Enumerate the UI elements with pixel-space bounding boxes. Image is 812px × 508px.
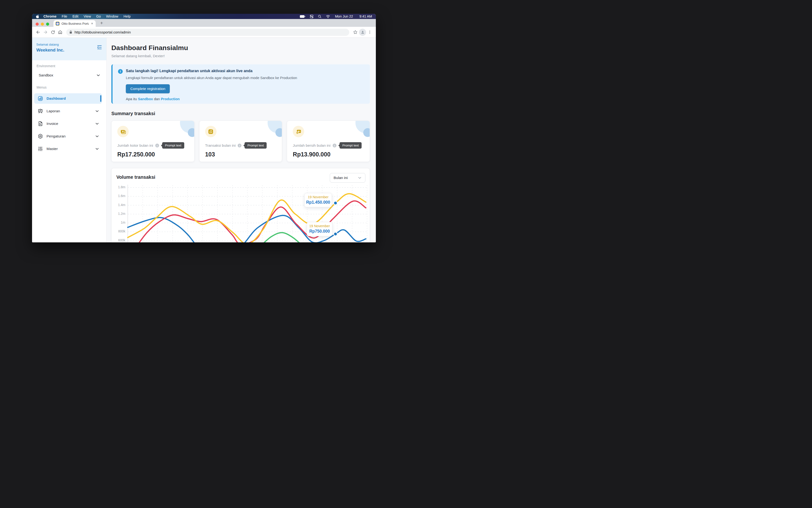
close-window-button[interactable] [36, 23, 39, 26]
y-axis-tick: 1.4m [112, 203, 125, 207]
registration-banner: i Satu langkah lagi! Lengkapi pendaftara… [111, 64, 370, 104]
url-text[interactable]: http://ottobusinessportal.com/admin [75, 30, 131, 34]
minimize-window-button[interactable] [41, 23, 44, 26]
period-filter-dropdown[interactable]: Bulan ini [330, 173, 366, 182]
main-content: Dashboard Finansialmu Selamat datang kem… [106, 38, 376, 242]
wifi-icon[interactable] [326, 15, 330, 18]
sidebar-item-label: Dashboard [47, 96, 66, 101]
chevron-down-icon [95, 121, 99, 126]
invoice-document-icon [38, 121, 43, 127]
tooltip: Prompt text [162, 142, 184, 149]
dashboard-icon [38, 96, 43, 101]
banner-footnote: Apa itu Sandbox dan Production [126, 97, 364, 101]
reload-icon[interactable] [49, 29, 56, 36]
sidebar-item-master[interactable]: Master [34, 143, 102, 154]
tooltip-date: 19 November [308, 224, 331, 228]
info-icon[interactable]: i [238, 143, 242, 147]
footnote-text: Apa itu [126, 97, 138, 101]
sidebar-item-label: Invoice [47, 122, 58, 126]
tooltip: Prompt text [340, 142, 361, 149]
bookmark-star-icon[interactable] [352, 29, 359, 36]
menu-item-view[interactable]: View [81, 14, 93, 18]
decorative-circle [363, 128, 370, 137]
sidebar-item-label: Master [47, 147, 58, 151]
sidebar-item-invoice[interactable]: Invoice [34, 119, 102, 129]
menu-item-file[interactable]: File [59, 14, 70, 18]
tooltip-value: Rp1.450.000 [306, 200, 330, 205]
svg-text:OTTO: OTTO [56, 23, 59, 24]
card-label: Jumlah bersih bulan ini [293, 143, 331, 147]
battery-icon[interactable] [300, 15, 305, 18]
browser-menu-icon[interactable] [366, 29, 374, 36]
summary-card-transactions: Transaksi bulan ini i Prompt text 103 [199, 121, 282, 162]
settings-nut-icon [38, 133, 43, 139]
menu-item-window[interactable]: Window [103, 14, 121, 18]
chevron-down-icon [95, 146, 99, 151]
profile-avatar-icon[interactable] [359, 29, 366, 36]
sidebar-item-laporan[interactable]: Laporan [34, 106, 102, 116]
menus-label: Menus [37, 85, 102, 89]
sidebar: Selamat datang Weekend Inc. Environment … [32, 38, 106, 242]
info-icon[interactable]: i [333, 143, 336, 147]
chevron-down-icon [96, 73, 101, 78]
menu-item-app[interactable]: Chrome [41, 14, 59, 18]
back-icon[interactable] [34, 29, 42, 36]
info-icon[interactable]: i [155, 143, 159, 147]
home-icon[interactable] [56, 29, 64, 36]
y-axis-tick: 800k [112, 229, 125, 233]
search-icon[interactable] [318, 15, 322, 18]
banknotes-icon [117, 126, 129, 137]
production-link[interactable]: Production [161, 97, 180, 101]
summary-card-net: Jumlah bersih bulan ini i Prompt text Rp… [287, 121, 370, 162]
y-axis-tick: 1m [112, 220, 125, 224]
sidebar-item-label: Pengaturan [47, 134, 66, 138]
control-center-icon[interactable] [310, 15, 313, 18]
banner-body: Lengkapi formulir pendaftaran untuk akti… [126, 76, 364, 80]
tooltip: Prompt text [245, 142, 267, 149]
banner-title: Satu langkah lagi! Lengkapi pendaftaran … [126, 69, 364, 73]
menu-item-help[interactable]: Help [121, 14, 133, 18]
environment-label: Environment [37, 64, 102, 68]
summary-card-gross: Jumlah kotor bulan ini i Prompt text Rp1… [111, 121, 195, 162]
sidebar-item-label: Laporan [47, 109, 60, 113]
menu-item-edit[interactable]: Edit [70, 14, 81, 18]
card-value: 103 [205, 151, 276, 158]
tab-close-icon[interactable]: × [91, 22, 93, 26]
wallet-check-icon [293, 126, 304, 137]
decorative-circle [188, 128, 195, 137]
card-value: Rp13.900.000 [293, 151, 364, 158]
chevron-down-icon [95, 134, 99, 139]
card-value: Rp17.250.000 [117, 151, 188, 158]
chevron-down-icon [357, 175, 362, 180]
collapse-sidebar-icon[interactable] [96, 44, 102, 50]
y-axis-tick: 600k [112, 238, 125, 242]
apple-logo-icon[interactable] [36, 14, 39, 18]
lock-icon[interactable] [69, 30, 73, 34]
tooltip-date: 19 November [306, 195, 330, 199]
sidebar-item-pengaturan[interactable]: Pengaturan [34, 131, 102, 141]
tab-title: Otto Business Portal [61, 22, 89, 26]
footnote-text: dan [153, 97, 161, 101]
chart-tooltip: 19 November Rp750.000 [307, 222, 332, 236]
chevron-down-icon [95, 109, 99, 114]
company-name: Weekend Inc. [36, 47, 102, 53]
browser-toolbar: http://ottobusinessportal.com/admin [32, 27, 376, 38]
y-axis-tick: 1.2m [112, 212, 125, 216]
sandbox-link[interactable]: Sandbox [138, 97, 153, 101]
forward-icon[interactable] [42, 29, 49, 36]
welcome-text: Selamat datang [36, 43, 102, 46]
menu-item-go[interactable]: Go [93, 14, 103, 18]
browser-tab[interactable]: OTTO Otto Business Portal × [53, 20, 96, 27]
sidebar-item-dashboard[interactable]: Dashboard [34, 93, 102, 104]
info-icon: i [118, 69, 123, 74]
complete-registration-button[interactable]: Complete registration [126, 84, 170, 93]
tooltip-value: Rp750.000 [308, 229, 331, 234]
sliders-icon [38, 146, 43, 152]
zoom-window-button[interactable] [46, 23, 49, 26]
address-bar[interactable]: http://ottobusinessportal.com/admin [66, 29, 349, 36]
period-filter-value: Bulan ini [334, 176, 348, 180]
new-tab-button[interactable]: + [98, 20, 105, 26]
menubar-clock[interactable]: 9:41 AM [359, 14, 372, 18]
environment-select[interactable]: Sandbox [39, 73, 101, 78]
menubar-date[interactable]: Mon Jun 22 [335, 14, 353, 18]
